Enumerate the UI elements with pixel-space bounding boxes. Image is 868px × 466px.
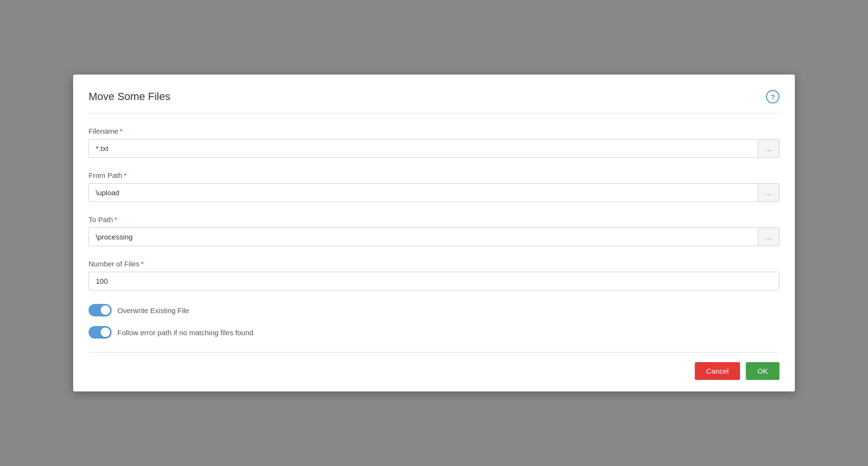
- follow-error-toggle-thumb: [101, 327, 110, 337]
- from-path-input-wrapper: ...: [89, 183, 779, 202]
- move-files-dialog: Move Some Files ? Filename* ... From Pat…: [73, 75, 795, 391]
- cancel-button[interactable]: Cancel: [695, 362, 740, 380]
- dialog-title: Move Some Files: [89, 90, 170, 103]
- to-path-label: To Path*: [89, 215, 779, 224]
- to-path-required: *: [115, 215, 117, 224]
- from-path-input[interactable]: [89, 184, 758, 202]
- to-path-input[interactable]: [89, 228, 758, 246]
- filename-input[interactable]: [89, 139, 758, 157]
- dialog-header: Move Some Files ?: [89, 90, 779, 113]
- overwrite-label: Overwrite Existing File: [117, 306, 189, 315]
- from-path-browse-button[interactable]: ...: [758, 184, 779, 202]
- num-files-label: Number of Files*: [89, 260, 779, 268]
- follow-error-label: Follow error path if no matching files f…: [117, 328, 254, 337]
- filename-input-wrapper: ...: [89, 139, 779, 158]
- filename-label: Filename*: [89, 127, 779, 135]
- overwrite-toggle-thumb: [101, 305, 110, 315]
- overwrite-toggle[interactable]: [89, 304, 112, 316]
- to-path-group: To Path* ...: [89, 215, 779, 246]
- from-path-label: From Path*: [89, 171, 779, 179]
- num-files-input[interactable]: [89, 272, 779, 290]
- follow-error-toggle[interactable]: [89, 326, 112, 339]
- filename-required: *: [120, 127, 123, 135]
- dialog-footer: Cancel OK: [89, 362, 779, 380]
- from-path-required: *: [124, 171, 127, 179]
- follow-error-toggle-track: [89, 326, 112, 339]
- from-path-group: From Path* ...: [89, 171, 779, 202]
- to-path-browse-button[interactable]: ...: [758, 228, 779, 246]
- filename-browse-button[interactable]: ...: [758, 139, 779, 157]
- overwrite-toggle-track: [89, 304, 112, 316]
- footer-divider: [89, 352, 779, 353]
- ok-button[interactable]: OK: [746, 362, 779, 380]
- follow-error-toggle-group: Follow error path if no matching files f…: [89, 326, 779, 339]
- num-files-group: Number of Files*: [89, 260, 779, 290]
- to-path-input-wrapper: ...: [89, 227, 779, 246]
- num-files-required: *: [141, 260, 144, 268]
- overwrite-toggle-group: Overwrite Existing File: [89, 304, 779, 316]
- help-icon[interactable]: ?: [766, 90, 779, 103]
- filename-group: Filename* ...: [89, 127, 779, 158]
